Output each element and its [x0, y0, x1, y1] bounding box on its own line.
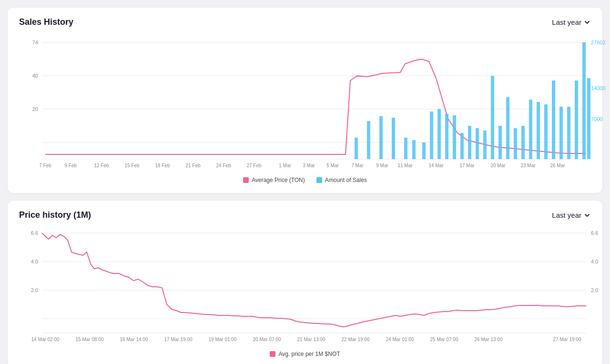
svg-text:12 Feb: 12 Feb — [94, 163, 109, 168]
svg-text:5 Mar: 5 Mar — [326, 163, 339, 168]
price-history-header: Price history (1M) Last year — [19, 210, 591, 220]
price-history-legend: Avg. price per 1M $NOT — [19, 351, 591, 357]
svg-text:2.0: 2.0 — [31, 287, 38, 293]
svg-text:25 Mar 07:00: 25 Mar 07:00 — [430, 337, 458, 342]
svg-text:7 Mar: 7 Mar — [351, 163, 364, 168]
svg-rect-43 — [476, 128, 479, 159]
svg-rect-36 — [422, 142, 426, 159]
sales-history-title: Sales History — [19, 17, 73, 27]
legend-avg-price-dot — [243, 177, 249, 183]
svg-text:9 Mar: 9 Mar — [376, 163, 388, 168]
svg-text:14 Mar: 14 Mar — [428, 163, 444, 168]
svg-rect-41 — [460, 133, 464, 159]
legend-avg-price-label: Average Price (TON) — [252, 177, 305, 183]
svg-text:26 Mar: 26 Mar — [550, 163, 565, 168]
svg-text:14 Mar 02:00: 14 Mar 02:00 — [31, 337, 60, 342]
svg-text:24 Feb: 24 Feb — [216, 163, 231, 168]
svg-text:26 Mar 13:00: 26 Mar 13:00 — [475, 337, 503, 342]
svg-text:40: 40 — [32, 73, 38, 79]
svg-rect-46 — [498, 126, 502, 159]
svg-text:20 Mar: 20 Mar — [490, 163, 506, 168]
svg-text:4.0: 4.0 — [591, 259, 598, 264]
svg-text:22 Mar 19:00: 22 Mar 19:00 — [342, 337, 370, 342]
svg-text:17 Mar: 17 Mar — [459, 163, 475, 168]
chevron-down-icon-2 — [583, 212, 591, 219]
price-history-svg: 6.6 4.0 2.0 6.6 4.0 2.0 14 Mar 02:00 15 … — [19, 226, 606, 345]
sales-history-chart-area: 74 40 20 27602 14000 7000 7 Feb 9 Feb 12… — [19, 33, 591, 173]
svg-text:20: 20 — [32, 106, 38, 112]
svg-rect-54 — [559, 107, 563, 159]
svg-rect-55 — [567, 107, 570, 159]
svg-rect-34 — [404, 138, 407, 159]
svg-rect-44 — [483, 131, 487, 159]
svg-rect-40 — [453, 115, 456, 159]
price-history-chart-area: 6.6 4.0 2.0 6.6 4.0 2.0 14 Mar 02:00 15 … — [19, 226, 591, 347]
svg-text:23 Mar: 23 Mar — [520, 163, 536, 168]
svg-text:14000: 14000 — [591, 85, 606, 91]
svg-text:21 Mar 13:00: 21 Mar 13:00 — [297, 337, 325, 342]
svg-text:3 Mar: 3 Mar — [303, 163, 315, 168]
svg-text:9 Feb: 9 Feb — [64, 163, 77, 168]
legend-amount-sales-dot — [316, 177, 322, 183]
legend-avg-price-1m-dot — [270, 351, 275, 357]
svg-text:11 Mar: 11 Mar — [397, 163, 413, 168]
legend-avg-price-1m-label: Avg. price per 1M $NOT — [278, 351, 340, 357]
svg-rect-49 — [521, 126, 525, 159]
svg-text:74: 74 — [32, 40, 38, 45]
svg-text:20 Mar 07:00: 20 Mar 07:00 — [253, 337, 281, 342]
svg-text:17 Mar 19:00: 17 Mar 19:00 — [164, 337, 193, 342]
chevron-down-icon — [583, 19, 591, 26]
svg-text:18 Feb: 18 Feb — [155, 163, 170, 168]
svg-rect-35 — [412, 140, 416, 159]
svg-text:2.0: 2.0 — [591, 287, 598, 293]
legend-amount-sales-label: Amount of Sales — [325, 177, 367, 183]
sales-history-legend: Average Price (TON) Amount of Sales — [19, 177, 591, 183]
sales-history-card: Sales History Last year 74 40 20 27602 1… — [8, 8, 602, 193]
svg-text:7000: 7000 — [591, 116, 602, 122]
svg-text:7 Feb: 7 Feb — [39, 163, 51, 168]
svg-rect-37 — [430, 111, 433, 159]
sales-history-header: Sales History Last year — [19, 17, 591, 27]
svg-rect-39 — [445, 114, 448, 159]
svg-rect-45 — [491, 76, 494, 159]
svg-text:21 Feb: 21 Feb — [185, 163, 201, 168]
sales-history-period-selector[interactable]: Last year — [552, 18, 591, 26]
svg-text:1 Mar: 1 Mar — [279, 163, 291, 168]
svg-rect-42 — [468, 126, 471, 159]
price-history-card: Price history (1M) Last year 6.6 4.0 2.0… — [8, 201, 602, 364]
legend-avg-price-1m: Avg. price per 1M $NOT — [270, 351, 340, 357]
svg-rect-32 — [379, 116, 383, 159]
svg-text:19 Mar 01:00: 19 Mar 01:00 — [209, 337, 237, 342]
svg-rect-48 — [514, 128, 517, 159]
svg-rect-47 — [506, 97, 509, 159]
svg-rect-31 — [367, 121, 370, 159]
svg-text:6.6: 6.6 — [31, 230, 38, 236]
svg-text:6.6: 6.6 — [591, 230, 598, 236]
svg-rect-33 — [392, 118, 395, 159]
svg-rect-56 — [575, 81, 578, 159]
legend-avg-price: Average Price (TON) — [243, 177, 305, 183]
svg-text:24 Mar 01:00: 24 Mar 01:00 — [386, 337, 414, 342]
svg-text:15 Mar 08:00: 15 Mar 08:00 — [76, 337, 104, 342]
svg-text:27 Feb: 27 Feb — [246, 163, 262, 168]
svg-rect-30 — [355, 138, 358, 159]
svg-text:16 Mar 14:00: 16 Mar 14:00 — [120, 337, 148, 342]
svg-rect-53 — [552, 81, 555, 159]
svg-rect-38 — [437, 109, 441, 159]
svg-text:15 Feb: 15 Feb — [124, 163, 140, 168]
price-history-period-label: Last year — [552, 211, 581, 219]
svg-rect-51 — [537, 102, 540, 159]
svg-text:27602: 27602 — [591, 40, 606, 45]
legend-amount-sales: Amount of Sales — [316, 177, 367, 183]
sales-history-svg: 74 40 20 27602 14000 7000 7 Feb 9 Feb 12… — [19, 33, 606, 171]
svg-text:4.0: 4.0 — [31, 259, 38, 264]
svg-rect-52 — [544, 104, 548, 159]
price-history-title: Price history (1M) — [19, 210, 91, 220]
svg-rect-57 — [582, 42, 586, 159]
svg-rect-58 — [587, 78, 590, 159]
svg-rect-50 — [529, 100, 532, 159]
price-history-period-selector[interactable]: Last year — [552, 211, 591, 219]
sales-history-period-label: Last year — [552, 18, 581, 26]
svg-text:27 Mar 19:00: 27 Mar 19:00 — [553, 337, 581, 342]
